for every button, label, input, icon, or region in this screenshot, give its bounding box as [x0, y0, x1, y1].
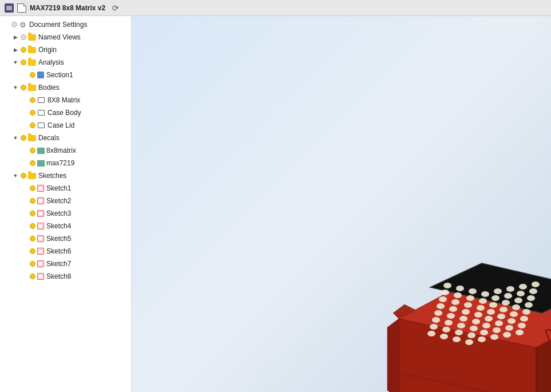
- label-origin: Origin: [38, 46, 57, 54]
- label-sketch3: Sketch3: [46, 209, 71, 217]
- svg-point-35: [449, 306, 457, 312]
- tree-item-sketch6[interactable]: Sketch6: [0, 245, 131, 258]
- bulb-sketch4[interactable]: [29, 222, 37, 230]
- tree-arrow-named-views[interactable]: [11, 33, 19, 41]
- tree-item-origin[interactable]: Origin: [0, 43, 131, 56]
- title-bar: MAX7219 8x8 Matrix v2 ⟳: [0, 0, 551, 16]
- tree-arrow-sketch2: [21, 197, 29, 205]
- bulb-decal-8x8matrix[interactable]: [29, 146, 37, 155]
- svg-point-28: [464, 302, 472, 308]
- icon-section1: [37, 71, 45, 79]
- tree-item-sketches[interactable]: Sketches: [0, 169, 131, 182]
- tree-item-sketch7[interactable]: Sketch7: [0, 258, 131, 270]
- label-sketch6: Sketch6: [46, 247, 71, 255]
- svg-point-50: [432, 317, 440, 323]
- tree-item-decal-8x8matrix[interactable]: 8x8matrix: [0, 144, 131, 157]
- svg-point-41: [525, 302, 533, 308]
- tree-item-named-views[interactable]: Named Views: [0, 31, 131, 43]
- bulb-sketch8[interactable]: [29, 272, 37, 280]
- svg-point-14: [494, 288, 502, 294]
- bulb-doc-settings[interactable]: [10, 21, 18, 29]
- bulb-sketch6[interactable]: [29, 247, 37, 255]
- bulb-sketches[interactable]: [19, 172, 27, 180]
- tree-arrow-sketches[interactable]: [11, 172, 19, 180]
- bulb-sketch1[interactable]: [29, 184, 37, 192]
- svg-point-22: [491, 295, 500, 301]
- tree-item-sketch5[interactable]: Sketch5: [0, 232, 131, 245]
- bulb-section1[interactable]: [29, 71, 37, 79]
- svg-point-10: [443, 283, 451, 288]
- bulb-origin[interactable]: [19, 46, 27, 54]
- svg-point-57: [520, 316, 528, 322]
- bulb-bodies[interactable]: [19, 84, 27, 92]
- document-icon: [17, 3, 26, 13]
- bulb-case-body[interactable]: [29, 109, 37, 117]
- bulb-named-views[interactable]: [19, 33, 27, 41]
- icon-sketch7: [37, 260, 45, 268]
- svg-point-39: [500, 307, 508, 312]
- svg-point-38: [487, 309, 495, 315]
- svg-point-59: [442, 327, 450, 332]
- tree-arrow-sketch5: [21, 235, 29, 243]
- label-named-views: Named Views: [38, 33, 81, 41]
- bulb-decals[interactable]: [19, 134, 27, 142]
- bulb-sketch2[interactable]: [29, 197, 37, 205]
- tree-arrow-decals[interactable]: [11, 134, 19, 142]
- svg-point-51: [445, 320, 453, 326]
- viewport[interactable]: [132, 16, 551, 392]
- svg-point-23: [504, 293, 512, 299]
- tree-item-decals[interactable]: Decals: [0, 132, 131, 144]
- tree-arrow-analysis[interactable]: [11, 58, 19, 66]
- icon-sketch1: [37, 184, 45, 192]
- svg-point-40: [512, 304, 520, 310]
- tree-item-8x8matrix[interactable]: 8X8 Matrix: [0, 94, 131, 106]
- label-decal-8x8matrix: 8x8matrix: [46, 146, 76, 155]
- tree-item-sketch2[interactable]: Sketch2: [0, 195, 131, 207]
- svg-point-12: [469, 288, 477, 294]
- icon-analysis: [27, 58, 37, 66]
- svg-point-37: [474, 312, 482, 318]
- bulb-case-lid[interactable]: [29, 121, 37, 129]
- bulb-sketch5[interactable]: [29, 235, 37, 243]
- tree-item-section1[interactable]: Section1: [0, 69, 131, 81]
- svg-point-68: [453, 336, 461, 342]
- svg-point-26: [439, 296, 447, 302]
- tree-item-case-lid[interactable]: Case Lid: [0, 119, 131, 132]
- svg-point-36: [462, 309, 470, 315]
- svg-point-34: [437, 303, 445, 309]
- label-decals: Decals: [38, 134, 60, 142]
- tree-item-sketch1[interactable]: Sketch1: [0, 182, 131, 195]
- tree-item-decal-max7219[interactable]: max7219: [0, 157, 131, 169]
- icon-8x8matrix: [37, 96, 46, 104]
- svg-point-73: [516, 330, 524, 335]
- tree-item-case-body[interactable]: Case Body: [0, 106, 131, 119]
- tree-item-bodies[interactable]: Bodies: [0, 81, 131, 94]
- icon-bodies: [27, 84, 37, 92]
- tree-arrow-sketch7: [21, 260, 29, 268]
- label-case-lid: Case Lid: [47, 121, 74, 129]
- tree-arrow-doc-settings: [2, 21, 10, 29]
- tree-item-analysis[interactable]: Analysis: [0, 56, 131, 69]
- svg-point-30: [489, 302, 497, 308]
- svg-point-55: [495, 320, 503, 326]
- bulb-8x8matrix[interactable]: [29, 96, 37, 104]
- tree-arrow-case-lid: [21, 121, 29, 129]
- bulb-decal-max7219[interactable]: [29, 159, 37, 167]
- tree-arrow-bodies[interactable]: [11, 84, 19, 92]
- svg-point-32: [514, 298, 522, 303]
- tree-item-sketch3[interactable]: Sketch3: [0, 207, 131, 220]
- bulb-sketch3[interactable]: [29, 209, 37, 217]
- icon-sketches: [27, 172, 37, 180]
- svg-point-64: [505, 325, 513, 331]
- tree-arrow-origin[interactable]: [11, 46, 19, 54]
- tree-item-doc-settings[interactable]: ⚙Document Settings: [0, 18, 131, 31]
- bulb-sketch7[interactable]: [29, 260, 37, 268]
- tree-item-sketch4[interactable]: Sketch4: [0, 220, 131, 232]
- tree-item-sketch8[interactable]: Sketch8: [0, 270, 131, 283]
- bulb-analysis[interactable]: [19, 58, 27, 66]
- model-svg: [342, 204, 552, 393]
- refresh-icon[interactable]: ⟳: [111, 3, 120, 13]
- tree-arrow-case-body: [21, 109, 29, 117]
- svg-point-47: [497, 314, 505, 319]
- svg-point-42: [434, 310, 442, 316]
